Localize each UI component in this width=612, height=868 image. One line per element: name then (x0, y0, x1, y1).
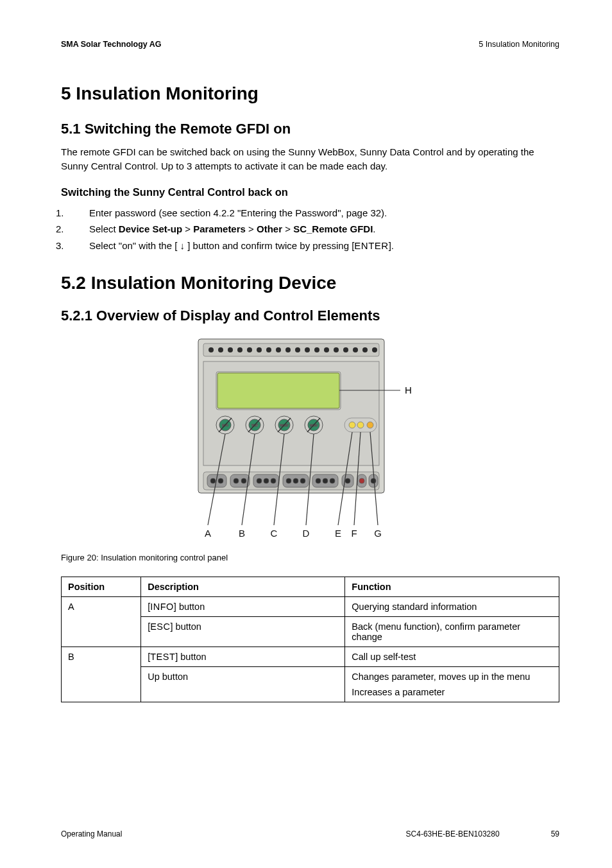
svg-point-57 (300, 478, 305, 483)
svg-point-59 (316, 478, 321, 483)
svg-point-48 (234, 478, 239, 483)
steps-list: 1.Enter password (see section 4.2.2 "Ent… (61, 205, 559, 254)
svg-point-49 (241, 478, 246, 483)
svg-point-12 (305, 347, 310, 352)
section-5-2-1-title: 5.2.1 Overview of Display and Control El… (61, 308, 559, 324)
switching-subhead: Switching the Sunny Central Control back… (61, 186, 559, 198)
th-position: Position (62, 577, 141, 597)
section-5-1-para: The remote GFDI can be switched back on … (61, 145, 559, 173)
label-c: C (270, 528, 277, 539)
page-footer: Operating Manual SC4-63HE-BE-BEN103280 5… (61, 829, 559, 838)
label-f: F (351, 528, 357, 539)
chapter-title: 5 Insulation Monitoring (61, 83, 559, 104)
svg-point-63 (345, 478, 350, 483)
svg-point-14 (324, 347, 329, 352)
svg-point-6 (247, 347, 252, 352)
led-group (344, 418, 377, 432)
header-section: 5 Insulation Monitoring (479, 40, 559, 49)
footer-docid: SC4-63HE-BE-BEN103280 (406, 829, 500, 838)
header-company: SMA Solar Technology AG (61, 40, 162, 49)
section-5-1-title: 5.1 Switching the Remote GFDI on (61, 121, 559, 137)
th-description: Description (141, 577, 345, 597)
function-table: Position Description Function A [INFO] b… (61, 577, 559, 702)
svg-point-61 (330, 478, 335, 483)
th-function: Function (345, 577, 559, 597)
device-illustration: INFO TEST RESET MENU (61, 336, 559, 541)
svg-point-11 (295, 347, 300, 352)
step-3: 3.Select "on" with the [ ↓ ] button and … (80, 238, 559, 254)
page-header: SMA Solar Technology AG 5 Insulation Mon… (61, 40, 559, 49)
footer-page: 59 (551, 829, 559, 838)
svg-point-3 (218, 347, 223, 352)
svg-point-9 (276, 347, 281, 352)
label-b: B (238, 528, 244, 539)
svg-rect-47 (230, 474, 250, 487)
svg-point-5 (237, 347, 242, 352)
svg-point-19 (372, 347, 377, 352)
svg-point-13 (314, 347, 319, 352)
svg-point-52 (264, 478, 269, 483)
figure-caption: Figure 20: Insulation monitoring control… (61, 553, 559, 562)
svg-rect-21 (217, 373, 339, 408)
svg-point-67 (371, 478, 376, 483)
control-panel-svg: INFO TEST RESET MENU (179, 336, 442, 541)
table-row: B [TEST] button Call up self-test (62, 647, 559, 667)
svg-point-17 (353, 347, 358, 352)
table-header-row: Position Description Function (62, 577, 559, 597)
svg-point-7 (257, 347, 262, 352)
svg-point-4 (228, 347, 233, 352)
label-d: D (302, 528, 309, 539)
svg-point-10 (285, 347, 291, 352)
svg-point-18 (362, 347, 368, 352)
table-row: A [INFO] button Querying standard inform… (62, 597, 559, 617)
step-1: 1.Enter password (see section 4.2.2 "Ent… (80, 205, 559, 221)
svg-point-26 (367, 422, 373, 428)
section-5-2-title: 5.2 Insulation Monitoring Device (61, 273, 559, 293)
svg-point-16 (343, 347, 348, 352)
svg-point-45 (210, 478, 216, 483)
svg-point-15 (334, 347, 339, 352)
svg-point-65 (359, 478, 364, 483)
footer-left: Operating Manual (61, 829, 122, 838)
label-g: G (374, 528, 382, 539)
label-h: H (405, 385, 412, 395)
svg-point-53 (271, 478, 276, 483)
svg-point-60 (323, 478, 328, 483)
svg-point-56 (293, 478, 298, 483)
svg-point-25 (357, 422, 364, 428)
svg-point-46 (218, 478, 223, 483)
svg-point-55 (286, 478, 291, 483)
label-e: E (334, 528, 341, 539)
step-2: 2.Select Device Set-up > Parameters > Ot… (80, 221, 559, 238)
svg-point-2 (208, 347, 214, 352)
svg-point-8 (266, 347, 271, 352)
svg-point-51 (257, 478, 262, 483)
label-a: A (204, 528, 210, 539)
svg-point-24 (349, 422, 355, 428)
